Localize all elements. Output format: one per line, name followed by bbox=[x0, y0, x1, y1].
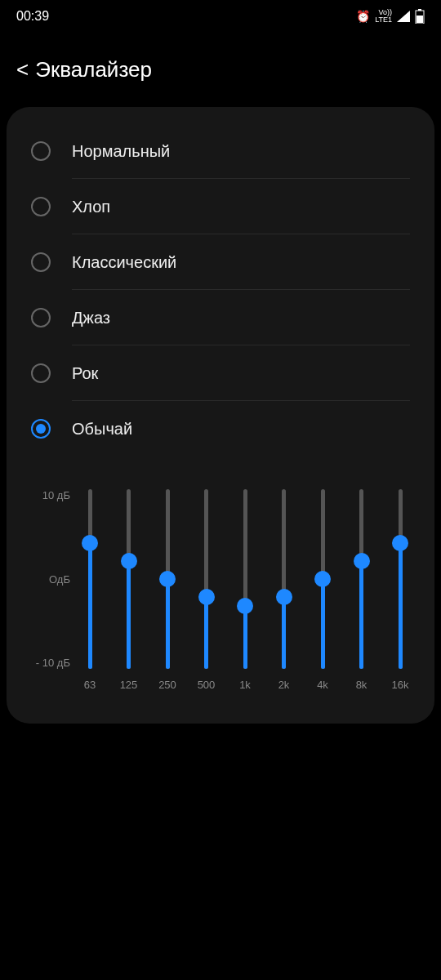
y-axis: 10 дБОдБ- 10 дБ bbox=[31, 489, 80, 669]
x-tick-label: 1k bbox=[235, 679, 255, 691]
volte-indicator: Vo)) LTE1 bbox=[375, 9, 392, 24]
y-tick-label: - 10 дБ bbox=[31, 657, 70, 669]
x-tick-label: 4k bbox=[313, 679, 332, 691]
signal-icon bbox=[397, 11, 410, 22]
slider-knob[interactable] bbox=[159, 571, 176, 587]
equalizer-panel: НормальныйХлопКлассическийДжазРокОбычай … bbox=[7, 107, 434, 724]
x-tick-label: 500 bbox=[197, 679, 216, 691]
eq-slider[interactable] bbox=[80, 489, 100, 669]
preset-item[interactable]: Джаз bbox=[7, 290, 434, 345]
status-icons: ⏰ Vo)) LTE1 bbox=[356, 9, 425, 24]
status-bar: 00:39 ⏰ Vo)) LTE1 bbox=[0, 0, 441, 33]
eq-slider[interactable] bbox=[235, 489, 255, 669]
radio-icon bbox=[31, 197, 51, 216]
x-tick-label: 250 bbox=[158, 679, 177, 691]
eq-slider[interactable] bbox=[274, 489, 294, 669]
alarm-icon: ⏰ bbox=[356, 10, 370, 23]
eq-slider[interactable] bbox=[197, 489, 216, 669]
preset-item[interactable]: Нормальный bbox=[7, 123, 434, 179]
slider-knob[interactable] bbox=[198, 589, 215, 605]
header: < Эквалайзер bbox=[0, 33, 441, 99]
slider-knob[interactable] bbox=[237, 598, 253, 614]
slider-fill bbox=[243, 606, 247, 669]
slider-fill bbox=[204, 597, 208, 669]
preset-label: Хлоп bbox=[72, 198, 110, 216]
y-tick-label: ОдБ bbox=[31, 573, 70, 586]
slider-knob[interactable] bbox=[354, 553, 370, 569]
x-tick-label: 63 bbox=[80, 679, 100, 691]
preset-label: Нормальный bbox=[72, 142, 170, 161]
preset-label: Классический bbox=[72, 253, 176, 272]
slider-fill bbox=[127, 561, 131, 669]
slider-knob[interactable] bbox=[276, 589, 292, 605]
preset-label: Рок bbox=[72, 364, 98, 383]
radio-icon bbox=[31, 419, 51, 439]
slider-knob[interactable] bbox=[314, 571, 331, 587]
eq-sliders bbox=[80, 489, 410, 669]
preset-label: Джаз bbox=[72, 309, 110, 327]
slider-fill bbox=[88, 543, 92, 669]
x-tick-label: 16k bbox=[390, 679, 410, 691]
equalizer-chart: 10 дБОдБ- 10 дБ 631252505001k2k4k8k16k bbox=[7, 457, 434, 707]
preset-item[interactable]: Обычай bbox=[7, 401, 434, 457]
eq-slider[interactable] bbox=[352, 489, 372, 669]
back-button[interactable]: < bbox=[16, 57, 29, 82]
battery-icon bbox=[415, 9, 425, 24]
slider-fill bbox=[166, 579, 170, 669]
slider-knob[interactable] bbox=[392, 535, 408, 551]
slider-knob[interactable] bbox=[121, 553, 137, 569]
radio-icon bbox=[31, 252, 51, 272]
y-tick-label: 10 дБ bbox=[31, 489, 70, 501]
slider-fill bbox=[282, 597, 286, 669]
slider-fill bbox=[359, 561, 363, 669]
x-tick-label: 8k bbox=[352, 679, 372, 691]
slider-fill bbox=[399, 543, 403, 669]
page-title: Эквалайзер bbox=[35, 57, 152, 82]
status-time: 00:39 bbox=[16, 9, 49, 24]
eq-slider[interactable] bbox=[313, 489, 332, 669]
preset-label: Обычай bbox=[72, 420, 132, 439]
x-tick-label: 2k bbox=[274, 679, 294, 691]
radio-icon bbox=[31, 363, 51, 383]
eq-slider[interactable] bbox=[119, 489, 139, 669]
eq-slider[interactable] bbox=[390, 489, 410, 669]
preset-item[interactable]: Рок bbox=[7, 345, 434, 401]
radio-icon bbox=[31, 141, 51, 161]
slider-fill bbox=[321, 579, 325, 669]
preset-item[interactable]: Хлоп bbox=[7, 179, 434, 234]
svg-rect-2 bbox=[416, 16, 423, 23]
slider-knob[interactable] bbox=[82, 535, 98, 551]
x-axis: 631252505001k2k4k8k16k bbox=[80, 679, 410, 691]
x-tick-label: 125 bbox=[119, 679, 139, 691]
eq-slider[interactable] bbox=[158, 489, 177, 669]
preset-item[interactable]: Классический bbox=[7, 234, 434, 290]
preset-list: НормальныйХлопКлассическийДжазРокОбычай bbox=[7, 123, 434, 457]
radio-icon bbox=[31, 308, 51, 327]
